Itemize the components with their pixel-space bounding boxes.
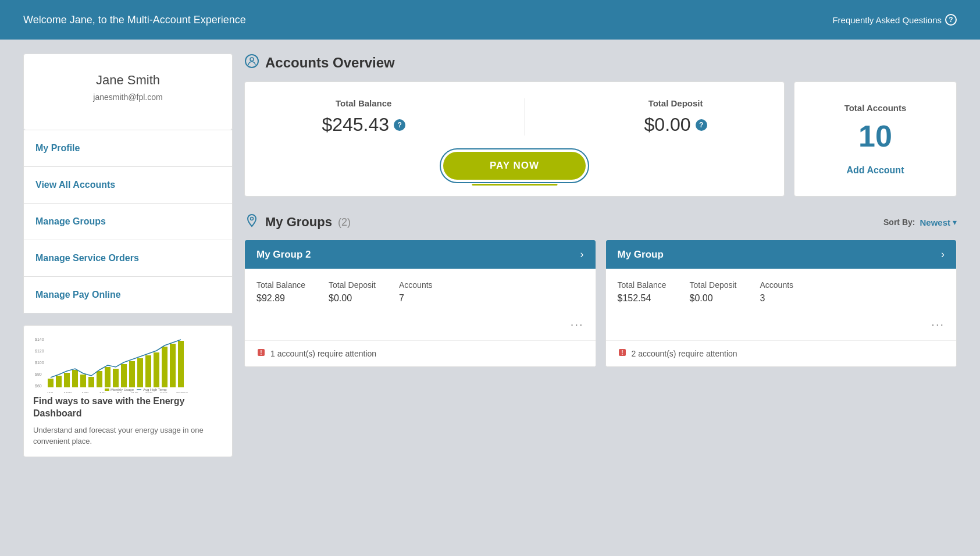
svg-rect-17 [145, 355, 151, 387]
energy-title: Find ways to save with the Energy Dashbo… [33, 395, 223, 420]
svg-rect-18 [154, 352, 159, 387]
group-1-accounts-value: 3 [760, 293, 794, 304]
total-balance-stat: Total Balance $245.43 ? [322, 98, 405, 136]
group-1-accounts-label: Accounts [760, 280, 794, 290]
sidebar-item-manage-pay-online[interactable]: Manage Pay Online [24, 277, 232, 313]
sort-by-wrapper[interactable]: Newest ▾ [920, 218, 957, 227]
group-2-total-deposit: Total Deposit $0.00 [329, 280, 376, 304]
svg-text:JUL: JUL [116, 391, 123, 393]
accounts-overview-icon [244, 54, 259, 72]
group-1-deposit-label: Total Deposit [690, 280, 737, 290]
overview-main-card: Total Balance $245.43 ? Total Deposit $0… [244, 81, 785, 197]
svg-rect-22 [105, 389, 109, 391]
svg-text:$100: $100 [35, 361, 44, 365]
pay-now-underline [472, 184, 557, 186]
content-area: Accounts Overview Total Balance $245.43 … [244, 54, 957, 367]
svg-rect-19 [162, 347, 168, 387]
sidebar-item-manage-service-orders[interactable]: Manage Service Orders [24, 240, 232, 277]
group-2-chevron-icon: › [580, 248, 584, 261]
sidebar-item-manage-groups[interactable]: Manage Groups [24, 204, 232, 240]
total-balance-value: $245.43 ? [322, 114, 405, 136]
overview-row: Total Balance $245.43 ? Total Deposit $0… [244, 81, 957, 197]
svg-text:!: ! [260, 350, 262, 356]
energy-desc: Understand and forecast your energy usag… [33, 425, 223, 447]
svg-text:JUN: JUN [99, 391, 106, 393]
svg-rect-12 [105, 367, 111, 387]
group-1-title: My Group [618, 249, 664, 261]
user-email: janesmith@fpl.com [35, 92, 220, 102]
groups-icon [244, 213, 259, 231]
svg-rect-11 [97, 371, 102, 387]
sidebar-item-my-profile[interactable]: My Profile [24, 130, 232, 167]
svg-text:SEP: SEP [145, 391, 152, 393]
svg-rect-5 [48, 379, 54, 387]
total-deposit-label: Total Deposit [644, 98, 707, 108]
total-accounts-value: 10 [858, 119, 892, 154]
svg-text:APR: APR [81, 391, 89, 393]
svg-rect-13 [113, 369, 119, 387]
groups-count: (2) [338, 216, 351, 229]
sidebar-profile-card: Jane Smith janesmith@fpl.com [23, 54, 233, 130]
faq-label: Frequently Asked Questions [832, 15, 942, 25]
group-1-balance-label: Total Balance [618, 280, 667, 290]
svg-text:AUG: AUG [131, 391, 138, 393]
group-2-alert-icon: ! [256, 348, 266, 359]
group-2-body: Total Balance $92.89 Total Deposit $0.00… [245, 269, 596, 340]
user-name: Jane Smith [35, 73, 220, 88]
group-1-total-balance: Total Balance $152.54 [618, 280, 667, 304]
pay-now-button[interactable]: PAY NOW [443, 152, 586, 180]
group-1-balance-value: $152.54 [618, 293, 667, 304]
energy-chart: $140 $120 $100 $80 $60 [33, 335, 223, 393]
svg-rect-6 [56, 376, 62, 387]
group-1-dots[interactable]: ... [618, 313, 945, 331]
add-account-link[interactable]: Add Account [847, 165, 904, 176]
total-accounts-label: Total Accounts [844, 103, 907, 113]
group-2-accounts: Accounts 7 [399, 280, 433, 304]
svg-rect-7 [64, 373, 70, 387]
group-2-attention-text: 1 account(s) require attention [270, 349, 376, 358]
total-deposit-help-icon[interactable]: ? [696, 119, 707, 131]
svg-rect-9 [80, 375, 86, 387]
svg-rect-21 [178, 341, 184, 387]
group-1-body: Total Balance $152.54 Total Deposit $0.0… [606, 269, 957, 340]
main-layout: Jane Smith janesmith@fpl.com My Profile … [0, 40, 980, 471]
svg-rect-8 [72, 370, 78, 387]
svg-text:JAN: JAN [47, 391, 53, 393]
group-1-alert-icon: ! [618, 348, 627, 359]
group-2-dots[interactable]: ... [256, 313, 584, 331]
svg-point-37 [251, 218, 254, 220]
svg-text:$120: $120 [35, 349, 44, 353]
svg-text:$140: $140 [35, 337, 44, 341]
group-1-header[interactable]: My Group › [606, 240, 957, 269]
svg-text:MAR: MAR [64, 391, 72, 393]
sort-by: Sort By: Newest ▾ [883, 218, 957, 227]
svg-text:$80: $80 [35, 372, 42, 376]
banner-title: Welcome Jane, to the Multi-Account Exper… [23, 14, 246, 26]
accounts-overview-title: Accounts Overview [265, 55, 395, 71]
svg-rect-14 [121, 364, 127, 387]
group-2-accounts-label: Accounts [399, 280, 433, 290]
sort-chevron-icon: ▾ [953, 218, 957, 227]
overview-totals: Total Balance $245.43 ? Total Deposit $0… [268, 98, 761, 136]
stat-divider [525, 98, 525, 136]
svg-point-36 [250, 58, 254, 61]
group-2-total-balance: Total Balance $92.89 [256, 280, 305, 304]
group-2-deposit-value: $0.00 [329, 293, 376, 304]
groups-section-header: My Groups (2) Sort By: Newest ▾ [244, 213, 957, 231]
faq-icon: ? [945, 14, 957, 26]
pay-now-wrapper: PAY NOW [443, 152, 586, 180]
group-2-stats: Total Balance $92.89 Total Deposit $0.00… [256, 280, 584, 304]
group-1-attention-text: 2 account(s) require attention [632, 349, 737, 358]
faq-link[interactable]: Frequently Asked Questions ? [832, 14, 957, 26]
group-1-accounts: Accounts 3 [760, 280, 794, 304]
svg-text:SEP'17: SEP'17 [176, 391, 188, 393]
group-1-chevron-icon: › [941, 248, 945, 261]
group-2-deposit-label: Total Deposit [329, 280, 376, 290]
group-2-balance-label: Total Balance [256, 280, 305, 290]
groups-row: My Group 2 › Total Balance $92.89 Total … [244, 240, 957, 367]
sidebar-item-view-all-accounts[interactable]: View All Accounts [24, 167, 232, 204]
group-1-deposit-value: $0.00 [690, 293, 737, 304]
group-2-accounts-value: 7 [399, 293, 433, 304]
group-2-header[interactable]: My Group 2 › [245, 240, 596, 269]
total-balance-help-icon[interactable]: ? [394, 119, 405, 131]
